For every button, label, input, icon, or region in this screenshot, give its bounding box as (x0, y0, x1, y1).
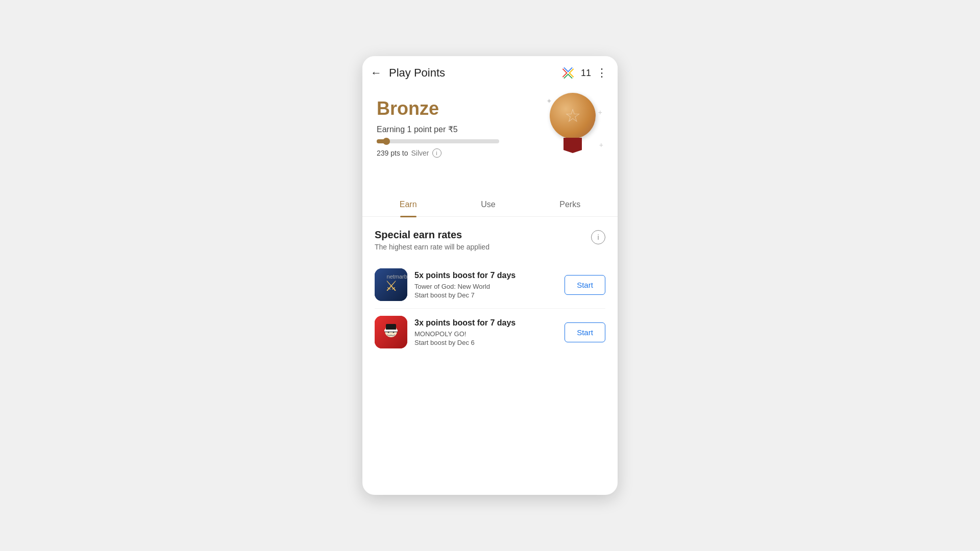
tog-icon-svg: ⚔ netmarble (375, 268, 407, 301)
section-subtitle: The highest earn rate will be applied (375, 243, 489, 251)
section-header: Special earn rates The highest earn rate… (375, 229, 605, 251)
page-title: Play Points (389, 66, 445, 80)
svg-text:netmarble: netmarble (387, 273, 407, 280)
tab-perks[interactable]: Perks (544, 193, 596, 216)
svg-marker-0 (561, 67, 574, 80)
monopoly-icon-svg (375, 316, 407, 348)
sparkle-icon-3: + (599, 141, 603, 149)
sparkle-icon-2: + (598, 108, 602, 116)
boost-item-tog: ⚔ netmarble 5x points boost for 7 days T… (375, 261, 605, 309)
monopoly-game-name: MONOPOLY GO! (414, 330, 557, 338)
boost-item-monopoly: 3x points boost for 7 days MONOPOLY GO! … (375, 309, 605, 356)
earning-text: Earning 1 point per ₹5 (377, 124, 542, 134)
sparkle-icon-1: ✦ (546, 97, 552, 105)
monopoly-boost-info: 3x points boost for 7 days MONOPOLY GO! … (414, 318, 557, 347)
progress-bar-fill (377, 139, 386, 143)
header-left: ← Play Points (371, 66, 445, 80)
progress-bar (377, 139, 499, 143)
tog-boost-title: 5x points boost for 7 days (414, 270, 557, 281)
earn-content: Special earn rates The highest earn rate… (362, 217, 618, 368)
more-options-icon[interactable]: ⋮ (596, 67, 607, 79)
tier-title: Bronze (377, 98, 542, 119)
tog-boost-info: 5x points boost for 7 days Tower of God:… (414, 270, 557, 299)
medal-ribbon (564, 138, 582, 153)
monopoly-start-button[interactable]: Start (565, 322, 605, 342)
section-title: Special earn rates (375, 229, 489, 241)
progress-info-icon[interactable]: i (432, 148, 442, 158)
tab-use[interactable]: Use (465, 193, 510, 216)
tog-deadline: Start boost by Dec 7 (414, 291, 557, 299)
header-right: 11 ⋮ (560, 65, 607, 81)
points-count: 11 (581, 68, 591, 79)
section-title-block: Special earn rates The highest earn rate… (375, 229, 489, 251)
tab-earn[interactable]: Earn (384, 193, 432, 216)
medal-container: ✦ + ☆ + (542, 93, 603, 164)
hero-left: Bronze Earning 1 point per ₹5 239 pts to… (377, 98, 542, 158)
progress-dot (383, 138, 390, 145)
section-info-icon[interactable]: i (591, 230, 605, 244)
svg-text:⚔: ⚔ (385, 278, 398, 294)
back-button[interactable]: ← (371, 67, 382, 79)
medal-star-icon: ☆ (565, 105, 581, 127)
tog-app-icon: ⚔ netmarble (375, 268, 407, 301)
monopoly-app-icon (375, 316, 407, 348)
tabs-bar: Earn Use Perks (362, 193, 618, 217)
monopoly-deadline: Start boost by Dec 6 (414, 339, 557, 346)
google-play-icon (560, 65, 576, 81)
tog-game-name: Tower of God: New World (414, 283, 557, 290)
silver-label: Silver (411, 149, 429, 157)
header: ← Play Points 11 ⋮ (362, 56, 618, 86)
svg-point-12 (393, 332, 395, 333)
svg-point-11 (388, 332, 389, 333)
svg-rect-10 (384, 330, 398, 332)
medal-coin: ☆ (550, 93, 596, 139)
progress-pts: 239 pts to (377, 149, 408, 157)
phone-frame: ← Play Points 11 ⋮ Bronze (362, 56, 618, 495)
progress-label: 239 pts to Silver i (377, 148, 542, 158)
tog-start-button[interactable]: Start (565, 275, 605, 295)
hero-section: Bronze Earning 1 point per ₹5 239 pts to… (362, 86, 618, 188)
monopoly-boost-title: 3x points boost for 7 days (414, 318, 557, 329)
